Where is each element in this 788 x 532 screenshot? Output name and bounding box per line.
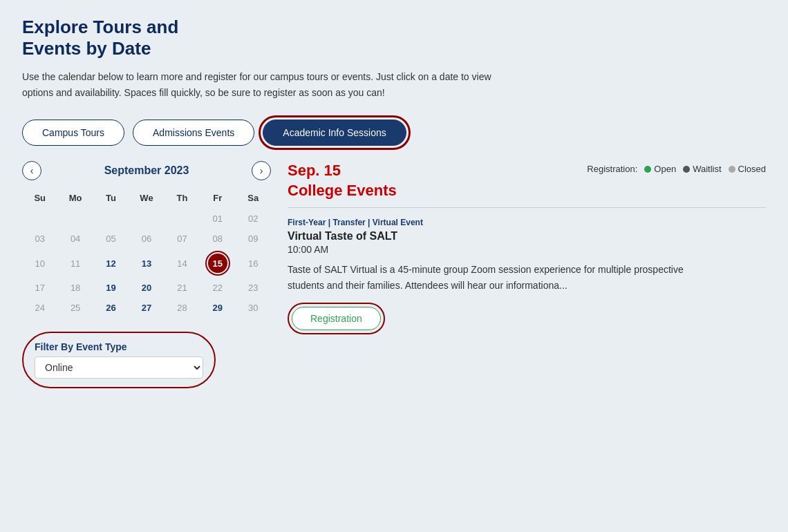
tabs-row: Campus Tours Admissions Events Academic … bbox=[22, 120, 766, 146]
calendar-day-cell: 06 bbox=[129, 229, 164, 249]
legend-waitlist: Waitlist bbox=[683, 164, 721, 174]
calendar-next-button[interactable]: › bbox=[252, 161, 271, 180]
filter-section: Filter By Event Type OnlineIn-PersonVirt… bbox=[22, 332, 216, 388]
calendar-day-cell: 11 bbox=[57, 249, 93, 278]
calendar-prev-button[interactable]: ‹ bbox=[22, 161, 41, 180]
calendar-day-cell: 21 bbox=[165, 278, 200, 298]
event-card: First-Year | Transfer | Virtual Event Vi… bbox=[288, 218, 766, 334]
event-tags: First-Year | Transfer | Virtual Event bbox=[288, 218, 766, 227]
calendar-day-cell: 17 bbox=[22, 278, 57, 298]
calendar-day-header: Tu bbox=[93, 190, 129, 209]
calendar-day-cell: 10 bbox=[22, 249, 57, 278]
filter-label: Filter By Event Type bbox=[35, 341, 203, 352]
calendar-panel: ‹ September 2023 › SuMoTuWeThFrSa 010203… bbox=[22, 161, 271, 388]
calendar-day-cell: 02 bbox=[236, 209, 271, 229]
registration-button[interactable]: Registration bbox=[292, 307, 381, 330]
calendar-day-cell[interactable]: 19 bbox=[93, 278, 129, 298]
tab-academic-info[interactable]: Academic Info Sessions bbox=[263, 120, 406, 146]
registration-legend: Registration: Open Waitlist Closed bbox=[587, 164, 766, 174]
page-description: Use the calendar below to learn more and… bbox=[22, 69, 492, 100]
events-date-title: Sep. 15 College Events bbox=[288, 161, 397, 200]
calendar-day-cell: 23 bbox=[236, 278, 271, 298]
waitlist-dot bbox=[683, 166, 690, 173]
calendar-day-cell: 30 bbox=[236, 298, 271, 318]
calendar-day-header: Mo bbox=[57, 190, 93, 209]
calendar-day-cell: 14 bbox=[165, 249, 200, 278]
calendar-day-cell bbox=[93, 209, 129, 229]
calendar-day-cell[interactable]: 20 bbox=[129, 278, 164, 298]
calendar-day-cell: 03 bbox=[22, 229, 57, 249]
registration-legend-label: Registration: bbox=[587, 164, 637, 174]
legend-open: Open bbox=[644, 164, 676, 174]
legend-closed: Closed bbox=[729, 164, 766, 174]
events-date-header: Sep. 15 College Events Registration: Ope… bbox=[288, 161, 766, 208]
open-dot bbox=[644, 166, 651, 173]
calendar-day-cell bbox=[22, 209, 57, 229]
calendar-day-cell: 01 bbox=[200, 209, 235, 229]
calendar-day-cell[interactable]: 27 bbox=[129, 298, 164, 318]
calendar-day-cell[interactable]: 12 bbox=[93, 249, 129, 278]
calendar-day-cell bbox=[129, 209, 164, 229]
calendar-day-cell: 22 bbox=[200, 278, 235, 298]
calendar-day-cell[interactable]: 15 bbox=[200, 249, 235, 278]
calendar-day-header: Fr bbox=[200, 190, 235, 209]
calendar-day-cell: 09 bbox=[236, 229, 271, 249]
page-title: Explore Tours and Events by Date bbox=[22, 17, 766, 59]
calendar-day-cell: 24 bbox=[22, 298, 57, 318]
main-content: ‹ September 2023 › SuMoTuWeThFrSa 010203… bbox=[22, 161, 766, 388]
open-label: Open bbox=[654, 164, 676, 174]
tab-campus-tours[interactable]: Campus Tours bbox=[22, 120, 124, 146]
calendar-grid: SuMoTuWeThFrSa 0102030405060708091011121… bbox=[22, 190, 271, 318]
calendar-day-cell: 05 bbox=[93, 229, 129, 249]
calendar-day-header: We bbox=[129, 190, 164, 209]
calendar-day-cell[interactable]: 29 bbox=[200, 298, 235, 318]
calendar-day-cell: 18 bbox=[57, 278, 93, 298]
calendar-day-cell: 16 bbox=[236, 249, 271, 278]
calendar-day-cell: 04 bbox=[57, 229, 93, 249]
event-description: Taste of SALT Virtual is a 45-minute gro… bbox=[288, 262, 688, 293]
calendar-day-cell bbox=[165, 209, 200, 229]
event-name: Virtual Taste of SALT bbox=[288, 230, 766, 243]
registration-btn-wrap: Registration bbox=[288, 303, 385, 334]
calendar-day-cell bbox=[57, 209, 93, 229]
events-panel: Sep. 15 College Events Registration: Ope… bbox=[288, 161, 766, 388]
calendar-day-cell: 08 bbox=[200, 229, 235, 249]
waitlist-label: Waitlist bbox=[693, 164, 721, 174]
tab-admissions-events[interactable]: Admissions Events bbox=[133, 120, 254, 146]
calendar-day-cell: 07 bbox=[165, 229, 200, 249]
closed-dot bbox=[729, 166, 735, 173]
calendar-day-header: Su bbox=[22, 190, 57, 209]
calendar-day-header: Sa bbox=[236, 190, 271, 209]
calendar-header: ‹ September 2023 › bbox=[22, 161, 271, 180]
filter-select[interactable]: OnlineIn-PersonVirtualAll bbox=[35, 357, 203, 379]
calendar-today[interactable]: 15 bbox=[208, 254, 227, 273]
calendar-day-cell: 28 bbox=[165, 298, 200, 318]
calendar-day-cell[interactable]: 13 bbox=[129, 249, 164, 278]
calendar-day-header: Th bbox=[165, 190, 200, 209]
calendar-day-cell: 25 bbox=[57, 298, 93, 318]
calendar-day-cell[interactable]: 26 bbox=[93, 298, 129, 318]
closed-label: Closed bbox=[738, 164, 766, 174]
calendar-month-year: September 2023 bbox=[104, 164, 189, 177]
event-time: 10:00 AM bbox=[288, 244, 766, 255]
